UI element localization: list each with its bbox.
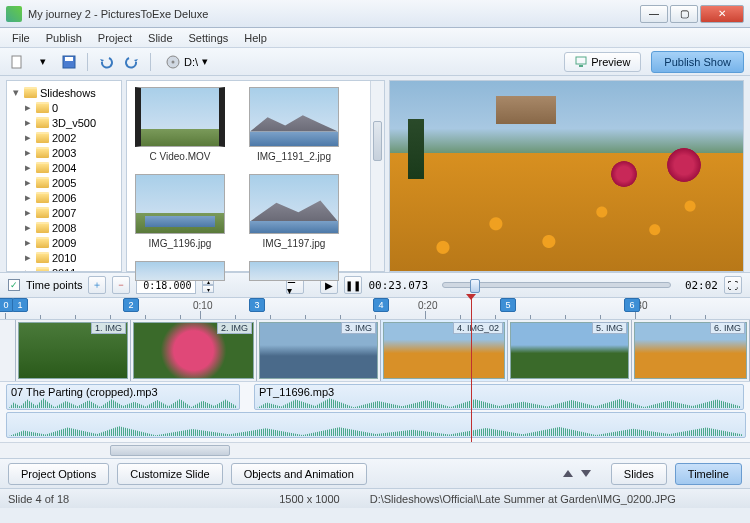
tree-root[interactable]: ▾Slideshows: [9, 85, 119, 100]
add-timepoint-button[interactable]: ＋: [88, 276, 106, 294]
folder-icon: [36, 237, 49, 248]
clip-label: 2. IMG: [217, 322, 252, 334]
slide-marker[interactable]: 5: [500, 298, 516, 312]
clip[interactable]: 3. IMG: [257, 320, 381, 381]
clip[interactable]: [0, 320, 16, 381]
open-dropdown[interactable]: ▾: [32, 51, 54, 73]
timeline-scrollbar[interactable]: [0, 442, 750, 458]
collapse-up-button[interactable]: [563, 470, 573, 477]
audio-label: 07 The Parting (cropped).mp3: [11, 386, 158, 398]
tree-item[interactable]: ▸2011: [9, 265, 119, 272]
audio-clip[interactable]: 07 The Parting (cropped).mp3: [6, 384, 240, 410]
tree-item[interactable]: ▸2006: [9, 190, 119, 205]
audio-clip[interactable]: PT_11696.mp3: [254, 384, 744, 410]
timeline-view-button[interactable]: Timeline: [675, 463, 742, 485]
playhead[interactable]: [471, 298, 472, 458]
toolbar: ▾ D:\ ▾ Preview Publish Show: [0, 48, 750, 76]
pause-button[interactable]: ❚❚: [344, 276, 362, 294]
slide-marker[interactable]: 6: [624, 298, 640, 312]
menu-help[interactable]: Help: [236, 30, 275, 46]
expand-down-button[interactable]: [581, 470, 591, 477]
menu-project[interactable]: Project: [90, 30, 140, 46]
folder-tree[interactable]: ▾Slideshows ▸0 ▸3D_v500 ▸2002 ▸2003 ▸200…: [6, 80, 122, 272]
folder-icon: [36, 207, 49, 218]
ruler-label: 0:20: [418, 300, 437, 311]
clip[interactable]: 1. IMG: [16, 320, 131, 381]
total-time: 02:02: [685, 279, 718, 292]
status-bar: Slide 4 of 18 1500 x 1000 D:\Slideshows\…: [0, 488, 750, 508]
thumb-image: [135, 261, 225, 281]
thumbnail-pane[interactable]: C Video.MOV IMG_1191_2.jpg IMG_1196.jpg …: [126, 80, 385, 272]
thumb-item[interactable]: [247, 261, 341, 281]
audio-clip[interactable]: [6, 412, 746, 438]
clips-track[interactable]: 1. IMG 2. IMG 3. IMG 4. IMG_02 5. IMG 6.…: [0, 320, 750, 382]
tree-item[interactable]: ▸2008: [9, 220, 119, 235]
clip[interactable]: 5. IMG: [508, 320, 632, 381]
tree-item[interactable]: ▸2002: [9, 130, 119, 145]
slide-marker[interactable]: 4: [373, 298, 389, 312]
thumbs-scrollbar[interactable]: [370, 81, 384, 271]
timeline-ruler[interactable]: 0:10 0:20 0:30 0 1 2 3 4 5 6: [0, 298, 750, 320]
save-button[interactable]: [58, 51, 80, 73]
thumb-item[interactable]: C Video.MOV: [133, 87, 227, 162]
slide-marker[interactable]: 3: [249, 298, 265, 312]
seek-knob[interactable]: [470, 279, 480, 293]
tree-item[interactable]: ▸3D_v500: [9, 115, 119, 130]
undo-button[interactable]: [95, 51, 117, 73]
menu-publish[interactable]: Publish: [38, 30, 90, 46]
menu-settings[interactable]: Settings: [181, 30, 237, 46]
customize-slide-button[interactable]: Customize Slide: [117, 463, 222, 485]
bottom-toolbar: Project Options Customize Slide Objects …: [0, 458, 750, 488]
disk-selector[interactable]: D:\ ▾: [158, 55, 216, 69]
fullscreen-button[interactable]: ⛶: [724, 276, 742, 294]
clip[interactable]: 6. IMG: [632, 320, 750, 381]
timepoints-checkbox[interactable]: ✓: [8, 279, 20, 291]
maximize-button[interactable]: ▢: [670, 5, 698, 23]
slide-marker[interactable]: 1: [12, 298, 28, 312]
svg-point-4: [172, 60, 175, 63]
tree-item[interactable]: ▸2009: [9, 235, 119, 250]
svg-rect-5: [576, 57, 586, 64]
disk-icon: [166, 55, 180, 69]
scrollbar-handle[interactable]: [373, 121, 382, 161]
close-button[interactable]: ✕: [700, 5, 744, 23]
tree-item[interactable]: ▸0: [9, 100, 119, 115]
audio-tracks[interactable]: 07 The Parting (cropped).mp3 PT_11696.mp…: [0, 382, 750, 442]
tree-item[interactable]: ▸2007: [9, 205, 119, 220]
preview-button[interactable]: Preview: [564, 52, 641, 72]
new-button[interactable]: [6, 51, 28, 73]
monitor-icon: [575, 56, 587, 68]
menu-slide[interactable]: Slide: [140, 30, 180, 46]
folder-icon: [36, 147, 49, 158]
remove-timepoint-button[interactable]: －: [112, 276, 130, 294]
minimize-button[interactable]: —: [640, 5, 668, 23]
thumb-image: [249, 174, 339, 234]
tree-item[interactable]: ▸2004: [9, 160, 119, 175]
thumb-item[interactable]: IMG_1196.jpg: [133, 174, 227, 249]
tree-item[interactable]: ▸2010: [9, 250, 119, 265]
thumb-image: [135, 87, 225, 147]
scrollbar-handle[interactable]: [110, 445, 230, 456]
tree-root-label: Slideshows: [40, 87, 96, 99]
project-options-button[interactable]: Project Options: [8, 463, 109, 485]
thumb-item[interactable]: [133, 261, 227, 281]
thumb-item[interactable]: IMG_1197.jpg: [247, 174, 341, 249]
publish-button[interactable]: Publish Show: [651, 51, 744, 73]
redo-button[interactable]: [121, 51, 143, 73]
thumb-item[interactable]: IMG_1191_2.jpg: [247, 87, 341, 162]
clip-selected[interactable]: 4. IMG_02: [381, 320, 508, 381]
objects-animation-button[interactable]: Objects and Animation: [231, 463, 367, 485]
app-icon: [6, 6, 22, 22]
disk-label: D:\: [184, 56, 198, 68]
svg-rect-6: [579, 65, 583, 67]
preview-image: [390, 81, 743, 271]
tree-item[interactable]: ▸2005: [9, 175, 119, 190]
preview-pane[interactable]: [389, 80, 744, 272]
slides-view-button[interactable]: Slides: [611, 463, 667, 485]
clip[interactable]: 2. IMG: [131, 320, 257, 381]
clip-label: 6. IMG: [710, 322, 745, 334]
slide-marker[interactable]: 2: [123, 298, 139, 312]
tree-item[interactable]: ▸2003: [9, 145, 119, 160]
seek-slider[interactable]: [442, 282, 671, 288]
menu-file[interactable]: File: [4, 30, 38, 46]
